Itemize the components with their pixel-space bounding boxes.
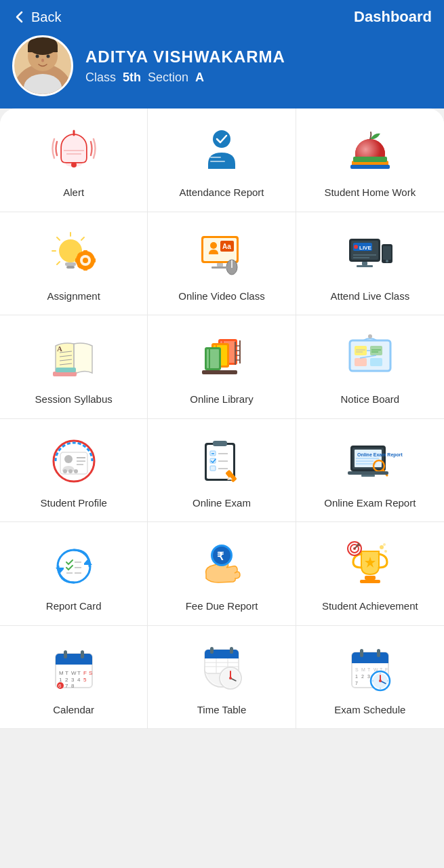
svg-rect-47 [211,267,228,269]
svg-text:₹: ₹ [217,551,224,562]
svg-rect-82 [202,370,237,374]
student-meta: Class 5th Section A [85,71,285,85]
svg-rect-18 [350,165,390,169]
svg-rect-83 [350,340,390,371]
svg-rect-154 [64,650,67,658]
section-label: Section [148,71,188,85]
report-card-icon [50,540,98,588]
svg-text:3: 3 [71,677,75,683]
student-achievement-icon-area [343,537,397,591]
svg-text:T: T [367,667,371,672]
svg-text:2: 2 [65,677,68,683]
svg-text:W: W [71,670,77,676]
student-home-work-label: Student Home Work [324,186,416,199]
svg-point-143 [380,545,384,549]
svg-point-145 [383,543,386,546]
online-exam-report-label: Online Exam Report [324,496,416,510]
time-table-label: Time Table [197,703,247,717]
svg-rect-3 [28,45,58,52]
online-video-class-label: Online Video Class [178,290,264,303]
menu-grid: Alert Attendance Report [0,108,444,729]
grid-item-attend-live-class[interactable]: LIVE Attend Live Class [296,212,444,316]
svg-rect-46 [217,263,223,267]
grid-item-online-library[interactable]: Online Library [148,315,296,419]
grid-item-exam-schedule[interactable]: S M T W T F 1 2 3 4 5 6 7 [296,626,444,730]
online-exam-report-icon-area: Online Exam Report [343,434,397,488]
grid-item-online-video-class[interactable]: Aa Online Video Class [148,212,296,316]
svg-text:A: A [57,344,62,353]
svg-text:S: S [89,670,92,676]
svg-rect-66 [56,368,76,372]
grid-item-notice-board[interactable]: Notice Board [296,315,444,419]
svg-rect-65 [53,372,77,376]
svg-text:3: 3 [367,674,370,679]
assignment-icon [50,231,98,278]
back-button[interactable]: Back [12,9,61,25]
svg-line-36 [57,262,60,264]
student-home-work-icon-area [343,123,397,178]
svg-point-11 [213,130,230,148]
svg-point-40 [210,242,217,249]
grid-item-student-profile[interactable]: Student Profile [0,419,148,523]
svg-text:2: 2 [361,674,364,679]
svg-rect-13 [210,161,225,162]
svg-point-4 [36,55,39,58]
student-achievement-label: Student Achievement [322,599,418,613]
svg-text:M: M [361,667,365,672]
svg-line-34 [57,237,60,240]
notice-board-label: Notice Board [340,393,399,406]
section-value: A [195,71,204,85]
svg-text:1: 1 [59,677,62,683]
grid-item-student-home-work[interactable]: Student Home Work [296,108,444,212]
grid-item-alert[interactable]: Alert [0,108,148,212]
svg-rect-196 [352,659,388,663]
attend-live-class-icon-area: LIVE [343,227,397,281]
back-arrow-icon [12,9,27,24]
header-top: Back Dashboard [12,8,432,26]
grid-item-online-exam-report[interactable]: Online Exam Report Online Exam Report [296,419,444,523]
grid-item-assignment[interactable]: Assignment [0,212,148,316]
svg-point-216 [379,679,382,682]
svg-text:7: 7 [355,681,358,686]
grid-item-attendance-report[interactable]: Attendance Report [148,108,296,212]
session-syllabus-icon: A [50,334,98,381]
time-table-icon-area [195,641,249,695]
svg-rect-141 [360,580,380,583]
assignment-icon-area [47,227,101,281]
svg-rect-26 [83,267,87,271]
svg-rect-28 [92,258,96,262]
grid-item-session-syllabus[interactable]: A Session Syllabus [0,315,148,419]
online-exam-icon-area [195,434,249,488]
svg-rect-55 [362,262,367,265]
grid-item-student-achievement[interactable]: Student Achievement [296,522,444,626]
student-home-work-icon [346,127,394,174]
svg-rect-198 [377,649,380,657]
svg-text:T: T [77,670,81,676]
grid-item-calendar[interactable]: M T W T F S 1 2 3 4 5 6 7 8 Calenda [0,626,148,730]
svg-rect-183 [210,647,214,654]
grid-item-time-table[interactable]: Time Table [148,626,296,730]
grid-item-online-exam[interactable]: Online Exam [148,419,296,523]
exam-schedule-icon: S M T W T F 1 2 3 4 5 6 7 [346,644,394,692]
svg-rect-182 [205,655,239,658]
grid-item-fee-due-report[interactable]: ₹ Fee Due Report [148,522,296,626]
svg-point-6 [41,59,44,62]
svg-marker-132 [56,568,65,573]
page-title: Dashboard [354,8,432,26]
svg-rect-197 [360,649,363,657]
online-library-label: Online Library [190,393,253,406]
svg-rect-56 [357,265,373,267]
menu-grid-container: Alert Attendance Report [0,108,444,729]
online-video-class-icon-area: Aa [195,227,249,281]
alert-icon [50,127,98,174]
grid-item-report-card[interactable]: Report Card [0,522,148,626]
svg-rect-184 [230,647,233,654]
svg-line-37 [81,237,84,240]
svg-text:F: F [385,667,388,672]
svg-rect-155 [81,650,84,658]
student-profile-icon-area [47,434,101,488]
svg-rect-153 [56,660,92,665]
online-exam-label: Online Exam [193,496,251,510]
student-name: ADITYA VISHWAKARMA [85,47,285,66]
svg-point-103 [63,469,67,473]
